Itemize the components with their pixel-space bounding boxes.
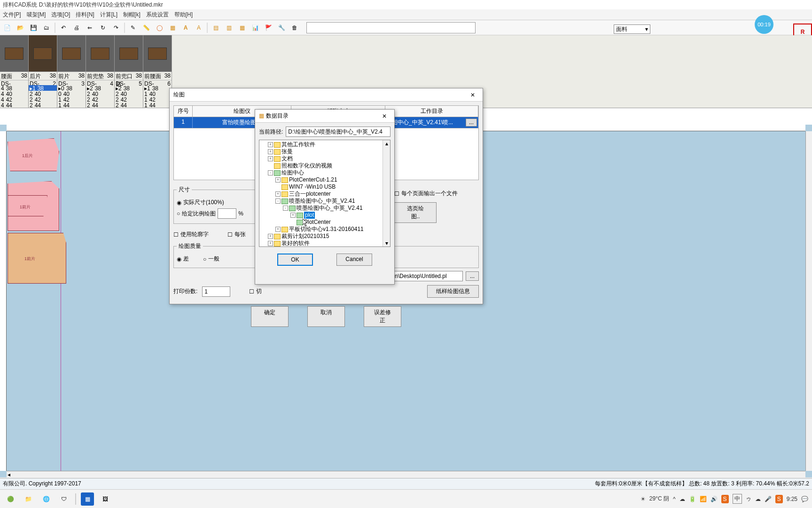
tree-item[interactable]: 照相数字化仪的视频 — [260, 162, 389, 169]
refresh-icon[interactable]: ↻ — [97, 22, 109, 34]
explorer-icon[interactable]: 📁 — [22, 492, 35, 506]
chart-icon[interactable]: 📊 — [249, 22, 261, 34]
select-pages-button[interactable]: 选页绘图.. — [394, 202, 437, 223]
menu-item[interactable]: 唛架[M] — [27, 11, 46, 18]
fabric-select[interactable]: 面料▾ — [614, 24, 650, 34]
size-row[interactable]: 444 — [0, 102, 28, 108]
tree-item[interactable]: +文档 — [260, 155, 389, 162]
browse-button[interactable]: ... — [466, 271, 479, 281]
size-row[interactable]: 040 — [57, 91, 86, 96]
app1-icon[interactable]: ▦ — [81, 492, 94, 506]
menu-item[interactable]: 计算[L] — [100, 11, 117, 18]
flag-icon[interactable]: 🚩 — [262, 22, 274, 34]
piece-thumbnail[interactable] — [115, 35, 143, 71]
radio-quality-bad[interactable]: ◉差 — [177, 255, 189, 263]
path-input[interactable] — [286, 127, 390, 137]
size-row[interactable]: ▸038 — [57, 85, 86, 91]
scrollbar-vertical[interactable]: ▴ ▾ — [383, 140, 390, 246]
scrollbar-horizontal[interactable]: ◂ — [7, 471, 805, 477]
piece-thumbnail[interactable] — [57, 35, 86, 71]
menu-item[interactable]: 文件[P] — [3, 11, 21, 18]
size-row[interactable]: 144 — [57, 102, 86, 108]
tree-item[interactable]: +plot — [260, 212, 389, 219]
chk-outline[interactable]: ☐使用轮廓字 — [173, 230, 209, 238]
ruler-icon[interactable]: 📏 — [140, 22, 152, 34]
size-row[interactable]: 240 — [86, 91, 114, 96]
pattern-piece[interactable]: 1前片 — [8, 195, 47, 216]
close-icon[interactable]: ✕ — [378, 113, 390, 119]
security-icon[interactable]: 🛡 — [57, 492, 70, 506]
size-row[interactable]: 142 — [143, 96, 172, 102]
size-row[interactable]: 244 — [86, 102, 114, 108]
text2-icon[interactable]: A — [193, 22, 205, 34]
chk-each[interactable]: ☐每张 — [227, 230, 246, 238]
size-row[interactable]: 140 — [143, 91, 172, 96]
tree-item[interactable]: PlotCenter — [260, 219, 389, 226]
radio-quality-mid[interactable]: ○一般 — [203, 255, 219, 263]
ratio-input[interactable] — [218, 208, 236, 219]
piece-thumbnail[interactable] — [143, 35, 172, 71]
size-row[interactable]: 142 — [57, 96, 86, 102]
size-row[interactable]: 438 — [0, 85, 28, 91]
tree-item[interactable]: +其他工作软件 — [260, 141, 389, 148]
redo-icon[interactable]: ↷ — [110, 22, 122, 34]
piece-thumbnail[interactable] — [86, 35, 114, 71]
piece-thumbnail[interactable] — [0, 35, 28, 71]
start-icon[interactable]: 🟢 — [4, 492, 17, 506]
system-tray[interactable]: ☀29°C 阴 ^☁🔋📶🔊 S 中 ゥ☁🎤 S 9:25 💬 — [640, 494, 808, 504]
size-row[interactable]: 442 — [0, 96, 28, 102]
tree-item[interactable]: +张曼 — [260, 148, 389, 155]
size-row[interactable]: ▸138 — [29, 85, 57, 91]
arrow-left-icon[interactable]: ⇐ — [84, 22, 96, 34]
size-row[interactable]: 440 — [0, 91, 28, 96]
save-path-input[interactable] — [392, 271, 463, 281]
app2-icon[interactable]: 🖼 — [99, 492, 112, 506]
delete-icon[interactable]: 🗑 — [289, 22, 301, 34]
grid-icon[interactable]: ▦ — [166, 22, 179, 34]
size-row[interactable]: 242 — [86, 96, 114, 102]
piece-thumbnail[interactable] — [29, 35, 57, 71]
print-icon[interactable]: 🖨 — [70, 22, 83, 34]
size-row[interactable]: 242 — [29, 96, 57, 102]
fix-button[interactable]: 误差修正 — [364, 306, 401, 327]
new-icon[interactable]: 📄 — [1, 22, 13, 34]
copies-input[interactable] — [202, 286, 230, 297]
cancel-button[interactable]: 取消 — [307, 306, 345, 327]
table1-icon[interactable]: ▤ — [210, 22, 222, 34]
size-row[interactable]: ▸238 — [115, 85, 143, 91]
tree-item[interactable]: +PlotCenterCut-1.21 — [260, 176, 389, 183]
tool-icon[interactable]: 🔧 — [275, 22, 288, 34]
pattern-piece[interactable]: 1后片 — [8, 138, 59, 171]
size-row[interactable]: 244 — [29, 102, 57, 108]
menu-item[interactable]: 选项[O] — [51, 11, 70, 18]
tree-item[interactable]: +平板切绘中心v1.31-20160411 — [260, 226, 389, 233]
cancel-button[interactable]: Cancel — [336, 254, 372, 266]
scrollbar-vertical[interactable] — [805, 131, 812, 471]
menu-item[interactable]: 排料[N] — [76, 11, 94, 18]
tree-item[interactable]: -喷墨绘图中心_中英_V2.41 — [260, 205, 389, 212]
open-icon[interactable]: 📂 — [14, 22, 26, 34]
size-row[interactable]: 240 — [29, 91, 57, 96]
tree-item[interactable]: +裁剪计划20210315 — [260, 233, 389, 240]
chk-each-page[interactable]: ☐每个页面输出一个文件 — [394, 190, 479, 198]
size-row[interactable]: 144 — [143, 102, 172, 108]
edit-icon[interactable]: ✎ — [127, 22, 139, 34]
size-row[interactable]: 242 — [115, 96, 143, 102]
ok-button[interactable]: OK — [277, 254, 313, 266]
text-icon[interactable]: A — [180, 22, 192, 34]
close-icon[interactable]: ✕ — [467, 92, 479, 98]
circle-icon[interactable]: ◯ — [153, 22, 165, 34]
menu-bar[interactable]: 文件[P]唛架[M]选项[O]排料[N]计算[L]制帽[k]系统设置帮助[H] — [0, 9, 812, 20]
table3-icon[interactable]: ▦ — [236, 22, 248, 34]
ok-button[interactable]: 确定 — [251, 306, 289, 327]
size-row[interactable]: 244 — [115, 102, 143, 108]
menu-item[interactable]: 帮助[H] — [174, 11, 193, 18]
tree-item[interactable]: WIN7 -Win10 USB — [260, 183, 389, 190]
more-button[interactable]: ... — [466, 119, 477, 127]
table2-icon[interactable]: ▥ — [223, 22, 235, 34]
size-row[interactable]: ▸138 — [143, 85, 172, 91]
sample-info-button[interactable]: 纸样绘图信息 — [427, 285, 479, 298]
size-row[interactable]: 240 — [115, 91, 143, 96]
pattern-piece[interactable]: 1前片 — [8, 233, 66, 284]
toolbar-field[interactable] — [306, 22, 476, 33]
